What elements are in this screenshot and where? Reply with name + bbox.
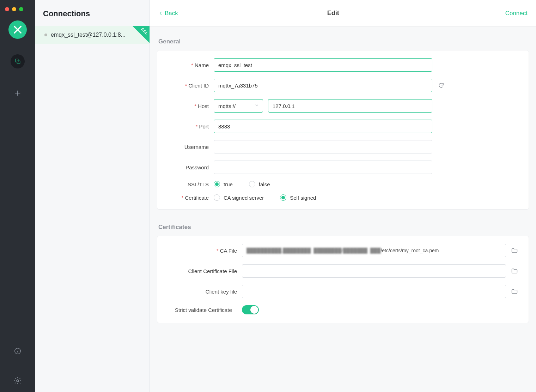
- client-id-input[interactable]: [214, 79, 432, 92]
- label-password: Password: [168, 164, 214, 170]
- label-client-cert-file: Client Certificate File: [168, 268, 242, 274]
- label-client-key-file: Client key file: [168, 289, 242, 295]
- nav-connections-button[interactable]: [11, 54, 25, 68]
- username-input[interactable]: [214, 140, 432, 153]
- app-logo: [8, 20, 27, 39]
- section-certificates-title: Certificates: [158, 224, 529, 231]
- label-name: Name: [168, 62, 214, 68]
- connections-sidebar: Connections emqx_ssl_test@127.0.0.1:8...…: [35, 0, 150, 392]
- label-certificate: Certificate: [168, 195, 214, 201]
- svg-rect-1: [17, 61, 20, 64]
- host-input[interactable]: [268, 99, 432, 113]
- close-window-icon[interactable]: [5, 7, 9, 11]
- window-controls: [5, 4, 23, 18]
- general-card: Name Client ID Host: [157, 50, 529, 210]
- client-key-file-input[interactable]: [242, 285, 506, 298]
- svg-rect-0: [15, 59, 18, 62]
- connection-status-icon: [44, 34, 47, 36]
- cert-self-signed-label: Self signed: [290, 195, 316, 201]
- protocol-value: mqtts://: [218, 103, 236, 109]
- maximize-window-icon[interactable]: [19, 7, 23, 11]
- page-title: Edit: [161, 10, 505, 17]
- ca-file-browse-button[interactable]: [511, 247, 518, 254]
- topbar: Back Edit Connect: [150, 0, 536, 27]
- radio-on-icon: [280, 194, 286, 201]
- radio-off-icon: [249, 181, 255, 187]
- connect-button[interactable]: Connect: [505, 10, 528, 17]
- refresh-client-id-button[interactable]: [437, 82, 445, 89]
- cert-ca-signed-radio[interactable]: CA signed server: [214, 194, 264, 201]
- sidebar-header: Connections: [35, 0, 150, 26]
- nav-new-button[interactable]: [11, 86, 25, 100]
- label-username: Username: [168, 144, 214, 150]
- label-client-id: Client ID: [168, 83, 214, 89]
- chevron-down-icon: [254, 103, 259, 109]
- form-content: General Name Client ID: [150, 27, 536, 392]
- ssl-false-label: false: [259, 181, 270, 187]
- label-host: Host: [168, 103, 214, 109]
- left-nav: [0, 0, 35, 392]
- radio-on-icon: [214, 181, 220, 187]
- radio-off-icon: [214, 194, 220, 201]
- ssl-true-label: true: [224, 181, 233, 187]
- ssl-false-radio[interactable]: false: [249, 181, 270, 187]
- info-icon[interactable]: [13, 347, 22, 355]
- client-key-browse-button[interactable]: [511, 288, 518, 295]
- client-cert-file-input[interactable]: [242, 264, 506, 278]
- minimize-window-icon[interactable]: [12, 7, 16, 11]
- strict-validate-toggle[interactable]: [242, 305, 259, 314]
- name-input[interactable]: [214, 58, 432, 72]
- password-input[interactable]: [214, 161, 432, 174]
- main-panel: Back Edit Connect General Name Client ID: [150, 0, 536, 392]
- gear-icon[interactable]: [13, 376, 22, 385]
- ca-file-path-suffix: /etc/certs/my_root_ca.pem: [380, 248, 439, 253]
- cert-ca-signed-label: CA signed server: [224, 195, 264, 201]
- protocol-select[interactable]: mqtts://: [214, 99, 263, 113]
- cert-self-signed-radio[interactable]: Self signed: [280, 194, 316, 201]
- connection-item-label: emqx_ssl_test@127.0.0.1:8...: [51, 32, 126, 38]
- port-input[interactable]: [214, 120, 432, 133]
- ssl-true-radio[interactable]: true: [214, 181, 233, 187]
- label-port: Port: [168, 123, 214, 129]
- connection-item[interactable]: emqx_ssl_test@127.0.0.1:8... SSL: [35, 26, 150, 44]
- svg-point-3: [17, 380, 19, 382]
- app-root: Connections emqx_ssl_test@127.0.0.1:8...…: [0, 0, 536, 392]
- label-ssl-tls: SSL/TLS: [168, 181, 214, 187]
- label-strict-validate: Strict validate Certificate: [168, 307, 242, 313]
- sidebar-title: Connections: [43, 9, 142, 18]
- certificates-card: CA File ██████████,████████ ████████/███…: [157, 236, 529, 323]
- ca-file-path-redacted: ██████████,████████ ████████/███████ ███: [246, 248, 380, 253]
- ca-file-input[interactable]: ██████████,████████ ████████/███████ ███…: [242, 244, 506, 257]
- section-general-title: General: [158, 38, 529, 45]
- client-cert-browse-button[interactable]: [511, 267, 518, 275]
- label-ca-file: CA File: [168, 248, 242, 254]
